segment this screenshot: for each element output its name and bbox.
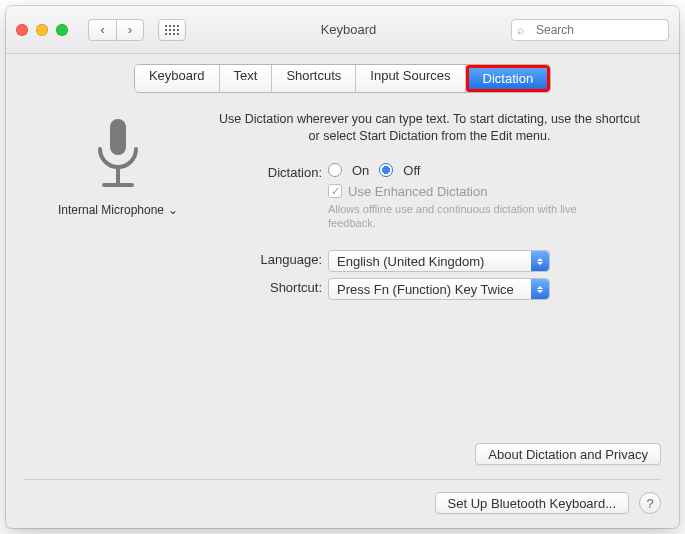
svg-rect-10	[173, 33, 175, 35]
footer: Set Up Bluetooth Keyboard... ?	[24, 492, 661, 514]
shortcut-row: Shortcut: Press Fn (Function) Key Twice	[212, 278, 661, 300]
enhanced-checkbox[interactable]: ✓	[328, 184, 342, 198]
svg-rect-12	[110, 119, 126, 155]
dictation-row: Dictation: On Off ✓ Use Enhanced Dictati…	[212, 163, 661, 231]
divider	[24, 479, 661, 480]
tab-input-sources[interactable]: Input Sources	[356, 65, 465, 92]
radio-off-label: Off	[403, 163, 420, 178]
shortcut-value: Press Fn (Function) Key Twice	[337, 282, 514, 297]
tab-keyboard[interactable]: Keyboard	[135, 65, 220, 92]
minimize-icon[interactable]	[36, 24, 48, 36]
body: Keyboard Text Shortcuts Input Sources Di…	[6, 54, 679, 528]
enhanced-label: Use Enhanced Dictation	[348, 184, 487, 199]
chevron-left-icon: ‹	[101, 23, 105, 37]
language-label: Language:	[212, 250, 328, 267]
enhanced-row: ✓ Use Enhanced Dictation	[328, 184, 661, 199]
svg-rect-2	[173, 25, 175, 27]
settings-column: Use Dictation wherever you can type text…	[212, 111, 661, 465]
mic-column: Internal Microphone ⌄	[24, 111, 212, 465]
forward-button[interactable]: ›	[116, 19, 144, 41]
tab-row: Keyboard Text Shortcuts Input Sources Di…	[134, 64, 551, 93]
show-all-button[interactable]	[158, 19, 186, 41]
microphone-icon	[86, 115, 150, 197]
svg-rect-9	[169, 33, 171, 35]
svg-rect-1	[169, 25, 171, 27]
svg-rect-7	[177, 29, 179, 31]
svg-rect-0	[165, 25, 167, 27]
radio-on[interactable]	[328, 163, 342, 177]
tab-shortcuts[interactable]: Shortcuts	[272, 65, 356, 92]
svg-rect-11	[177, 33, 179, 35]
titlebar: ‹ › Keyboard ⌕	[6, 6, 679, 54]
preferences-window: ‹ › Keyboard ⌕ Keyboard Text Shortcuts I…	[6, 6, 679, 528]
tab-bar: Keyboard Text Shortcuts Input Sources Di…	[24, 64, 661, 93]
search-input[interactable]	[511, 19, 669, 41]
highlight-box: Dictation	[466, 65, 551, 92]
shortcut-select[interactable]: Press Fn (Function) Key Twice	[328, 278, 550, 300]
tab-text[interactable]: Text	[220, 65, 273, 92]
language-select[interactable]: English (United Kingdom)	[328, 250, 550, 272]
select-stepper-icon	[531, 251, 549, 271]
svg-rect-8	[165, 33, 167, 35]
svg-rect-3	[177, 25, 179, 27]
language-row: Language: English (United Kingdom)	[212, 250, 661, 272]
svg-rect-4	[165, 29, 167, 31]
zoom-icon[interactable]	[56, 24, 68, 36]
svg-rect-6	[173, 29, 175, 31]
close-icon[interactable]	[16, 24, 28, 36]
intro-text: Use Dictation wherever you can type text…	[212, 111, 661, 163]
nav-back-forward: ‹ ›	[88, 19, 144, 41]
about-dictation-button[interactable]: About Dictation and Privacy	[475, 443, 661, 465]
help-button[interactable]: ?	[639, 492, 661, 514]
svg-rect-5	[169, 29, 171, 31]
mic-label: Internal Microphone	[58, 203, 164, 217]
grid-icon	[165, 25, 179, 35]
about-row: About Dictation and Privacy	[212, 383, 661, 465]
language-value: English (United Kingdom)	[337, 254, 484, 269]
enhanced-hint: Allows offline use and continuous dictat…	[328, 202, 588, 231]
select-stepper-icon	[531, 279, 549, 299]
bluetooth-keyboard-button[interactable]: Set Up Bluetooth Keyboard...	[435, 492, 629, 514]
radio-off[interactable]	[379, 163, 393, 177]
chevron-right-icon: ›	[128, 23, 132, 37]
window-title: Keyboard	[194, 22, 503, 37]
shortcut-label: Shortcut:	[212, 278, 328, 295]
chevron-down-icon: ⌄	[168, 203, 178, 217]
tab-dictation[interactable]: Dictation	[469, 68, 548, 89]
radio-on-label: On	[352, 163, 369, 178]
content: Internal Microphone ⌄ Use Dictation wher…	[24, 111, 661, 465]
search-wrap: ⌕	[511, 19, 669, 41]
search-icon: ⌕	[517, 23, 524, 37]
back-button[interactable]: ‹	[88, 19, 116, 41]
mic-selector[interactable]: Internal Microphone ⌄	[58, 203, 178, 217]
dictation-label: Dictation:	[212, 163, 328, 180]
dictation-radios: On Off	[328, 163, 661, 178]
window-controls	[16, 24, 68, 36]
